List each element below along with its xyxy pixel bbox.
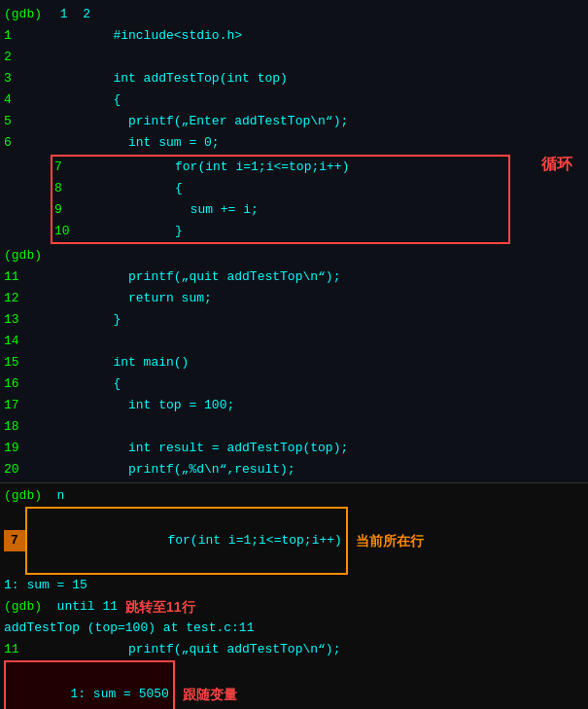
line-9: 9 sum += i; xyxy=(52,199,508,221)
line-5: 5 printf(„Enter addTestTop\n“); xyxy=(0,111,588,132)
track-annotation: 跟随变量 xyxy=(183,684,237,705)
line-7: 7 for(int i=1;i<=top;i++) xyxy=(52,157,508,178)
line-gdb-mid: (gdb) xyxy=(0,245,588,266)
line-16: 16 { xyxy=(0,373,588,395)
gdb-n-line: (gdb) n xyxy=(0,485,588,507)
code-1: #include<stdio.h> xyxy=(52,25,242,47)
line-15: 15 int main() xyxy=(0,352,588,373)
linenum-3: 3 xyxy=(4,68,52,89)
line-10: 10 } xyxy=(52,221,508,242)
code-13: } xyxy=(52,309,121,331)
line-6: 6 int sum = 0; xyxy=(0,132,588,154)
linenum-11: 11 xyxy=(4,266,52,288)
linenum-11-result: 11 xyxy=(4,639,52,660)
line-18: 18 xyxy=(0,416,588,438)
linenum-13: 13 xyxy=(4,309,52,331)
line-11-result: 11 printf(„quit addTestTop\n“); xyxy=(0,639,588,660)
linenum-6: 6 xyxy=(4,132,52,154)
gdb-prompt-n: (gdb) xyxy=(4,485,42,507)
linenum-14: 14 xyxy=(4,331,52,352)
line-17: 17 int top = 100; xyxy=(0,395,588,416)
code-16: { xyxy=(52,373,121,395)
linenum-4: 4 xyxy=(4,89,52,111)
line-12: 12 return sum; xyxy=(0,288,588,309)
gdb-prompt-until: (gdb) xyxy=(4,596,42,618)
loop-annotation: 循环 xyxy=(541,156,572,172)
line-8: 8 { xyxy=(52,178,508,199)
gdb-until-line: (gdb) until 11 跳转至11行 xyxy=(0,596,588,618)
code-15: int main() xyxy=(52,352,189,373)
line-2: 2 xyxy=(0,47,588,68)
linenum-16: 16 xyxy=(4,373,52,395)
linenum-5: 5 xyxy=(4,111,52,132)
code-6: int sum = 0; xyxy=(52,132,220,154)
jump-annotation: 跳转至11行 xyxy=(125,596,195,618)
code-5: printf(„Enter addTestTop\n“); xyxy=(52,111,348,132)
linenum-19: 19 xyxy=(4,438,52,459)
linenum-12: 12 xyxy=(4,288,52,309)
current-line-7: 7 for(int i=1;i<=top;i++) 当前所在行 xyxy=(0,507,588,575)
current-linenum-7: 7 xyxy=(4,530,25,551)
line-14: 14 xyxy=(0,331,588,352)
code-12: return sum; xyxy=(52,288,212,309)
gdb-prompt-mid: (gdb) xyxy=(4,245,42,266)
code-19: int result = addTestTop(top); xyxy=(52,438,348,459)
line-20: 20 printf(„%d\n“,result); xyxy=(0,459,588,480)
line-19: 19 int result = addTestTop(top); xyxy=(0,438,588,459)
addtesttop-info: addTestTop (top=100) at test.c:11 xyxy=(4,618,254,639)
code-3: int addTestTop(int top) xyxy=(52,68,288,89)
gdb-prompt-1: (gdb) xyxy=(4,4,52,25)
linenum-2: 2 xyxy=(4,47,52,68)
sum-5050-line: 1: sum = 5050 跟随变量 xyxy=(0,660,588,709)
line-11: 11 printf(„quit addTestTop\n“); xyxy=(0,266,588,288)
linenum-10: 10 xyxy=(54,221,99,242)
code-8: { xyxy=(99,178,183,199)
line-3: 3 int addTestTop(int top) xyxy=(0,68,588,89)
code-10: } xyxy=(99,221,183,242)
code-4: { xyxy=(52,89,121,111)
code-7: for(int i=1;i<=top;i++) xyxy=(99,157,349,178)
sum-15-line: 1: sum = 15 xyxy=(0,575,588,596)
gdb-until-cmd: until 11 xyxy=(42,596,118,618)
linenum-15: 15 xyxy=(4,352,52,373)
sum-15-text: 1: sum = 15 xyxy=(4,575,87,596)
current-code-7: for(int i=1;i<=top;i++) xyxy=(25,507,348,575)
gdb-n-cmd: n xyxy=(42,485,64,507)
code-20: printf(„%d\n“,result); xyxy=(52,459,295,480)
sum-5050-box: 1: sum = 5050 xyxy=(4,660,175,709)
linenum-1: 1 xyxy=(4,25,52,47)
linenum-17: 17 xyxy=(4,395,52,416)
terminal-window: (gdb) 1 2 1 #include<stdio.h> 2 3 int ad… xyxy=(0,0,588,709)
line-gdb-top: (gdb) 1 2 xyxy=(0,4,588,25)
code-11: printf(„quit addTestTop\n“); xyxy=(52,266,340,288)
line-4: 4 { xyxy=(0,89,588,111)
code-9: sum += i; xyxy=(99,199,259,221)
addtesttop-info-line: addTestTop (top=100) at test.c:11 xyxy=(0,618,588,639)
current-line-annotation: 当前所在行 xyxy=(356,530,424,551)
line-13: 13 } xyxy=(0,309,588,331)
linenum-20: 20 xyxy=(4,459,52,480)
linenum-18: 18 xyxy=(4,416,52,438)
line-1: 1 #include<stdio.h> xyxy=(0,25,588,47)
linenum-8: 8 xyxy=(54,178,99,199)
linenum-9: 9 xyxy=(54,199,99,221)
linenum-7: 7 xyxy=(54,157,99,178)
code-17: int top = 100; xyxy=(52,395,234,416)
gdb-cmd-12: 1 2 xyxy=(52,4,90,25)
code-11-result: printf(„quit addTestTop\n“); xyxy=(52,639,340,660)
